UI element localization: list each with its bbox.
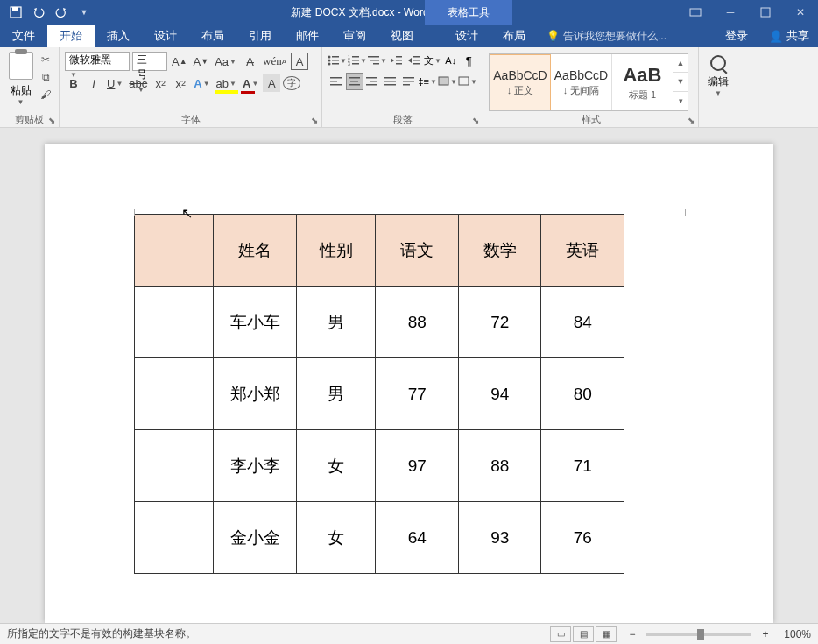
table-header-cell[interactable]: 数学 [458, 215, 541, 287]
styles-launcher-icon[interactable]: ⬊ [686, 115, 696, 125]
table-cell[interactable]: 郑小郑 [214, 358, 297, 430]
table-cell[interactable]: 72 [458, 287, 541, 358]
increase-indent-icon[interactable] [406, 52, 424, 69]
tab-insert[interactable]: 插入 [95, 25, 142, 47]
format-painter-icon[interactable]: 🖌 [38, 87, 53, 103]
font-name-select[interactable]: 微软雅黑▼ [65, 52, 130, 71]
align-left-icon[interactable] [328, 73, 345, 90]
font-launcher-icon[interactable]: ⬊ [309, 115, 320, 125]
paragraph-launcher-icon[interactable]: ⬊ [470, 115, 481, 125]
table-cell[interactable]: 车小车 [214, 287, 297, 358]
tab-home[interactable]: 开始 [47, 25, 95, 47]
close-icon[interactable]: ✕ [783, 0, 818, 25]
table-cell[interactable]: 80 [541, 358, 624, 430]
table-cell[interactable]: 64 [376, 502, 459, 574]
tab-file[interactable]: 文件 [0, 25, 47, 47]
table-header-cell[interactable]: 语文 [376, 215, 459, 287]
table-cell[interactable]: 男 [296, 287, 375, 358]
table-cell[interactable]: 77 [376, 358, 459, 430]
table-cell[interactable] [135, 502, 214, 574]
find-icon[interactable] [710, 55, 726, 71]
zoom-thumb[interactable] [697, 629, 704, 640]
table-cell[interactable]: 94 [458, 358, 541, 430]
document-area[interactable]: ↖ 姓名 性别 语文 数学 英语 车小车 男 88 72 84 郑小郑 男 [0, 128, 818, 623]
font-color-icon[interactable]: A▼ [241, 74, 260, 92]
tab-review[interactable]: 审阅 [331, 25, 378, 47]
table-header-cell[interactable]: 英语 [541, 215, 624, 287]
tab-design[interactable]: 设计 [142, 25, 189, 47]
table-cell[interactable] [135, 358, 214, 430]
ribbon-display-icon[interactable] [678, 0, 713, 25]
superscript-button[interactable]: x2 [172, 74, 189, 92]
zoom-in-button[interactable]: + [758, 628, 772, 640]
italic-button[interactable]: I [85, 74, 102, 92]
qat-customize-icon[interactable]: ▼ [74, 2, 95, 23]
table-header-cell[interactable]: 姓名 [214, 215, 297, 287]
zoom-value[interactable]: 100% [772, 628, 811, 640]
table-header-cell[interactable]: 性别 [296, 215, 375, 287]
underline-button[interactable]: U▼ [105, 74, 124, 92]
view-web-icon[interactable]: ▦ [596, 626, 617, 642]
redo-icon[interactable] [51, 2, 72, 23]
gallery-up-icon[interactable]: ▲ [673, 54, 688, 73]
table-cell[interactable]: 88 [376, 287, 459, 358]
asian-layout-icon[interactable]: 文▼ [424, 52, 441, 69]
table-cell[interactable]: 李小李 [214, 430, 297, 502]
cut-icon[interactable]: ✂ [38, 52, 53, 67]
undo-icon[interactable] [28, 2, 49, 23]
char-shading-icon[interactable]: A [263, 74, 280, 92]
enclose-char-icon[interactable]: 字 [283, 76, 300, 90]
table-cell[interactable]: 76 [541, 502, 624, 574]
view-print-icon[interactable]: ▤ [573, 626, 594, 642]
table-cell[interactable]: 金小金 [214, 502, 297, 574]
change-case-icon[interactable]: Aa▼ [213, 53, 238, 70]
style-heading1[interactable]: AaB 标题 1 [612, 54, 673, 110]
table-cell[interactable] [135, 287, 214, 358]
table-cell[interactable]: 84 [541, 287, 624, 358]
align-center-icon[interactable] [346, 73, 363, 90]
numbering-icon[interactable]: 123▼ [348, 52, 367, 69]
gallery-more-icon[interactable]: ▾ [673, 92, 688, 110]
tab-references[interactable]: 引用 [236, 25, 284, 47]
align-right-icon[interactable] [364, 73, 382, 90]
table-cell[interactable]: 女 [296, 430, 375, 502]
table-cell[interactable]: 97 [376, 430, 459, 502]
table-cell[interactable]: 93 [458, 502, 541, 574]
highlight-icon[interactable]: ab▼ [215, 74, 238, 92]
zoom-slider[interactable] [646, 633, 751, 636]
table-header-cell[interactable] [135, 215, 214, 287]
tell-me-search[interactable]: 💡 告诉我您想要做什么... [538, 25, 675, 47]
table-cell[interactable]: 女 [296, 502, 375, 574]
phonetic-guide-icon[interactable]: wénA [261, 53, 288, 70]
maximize-icon[interactable] [748, 0, 783, 25]
view-read-icon[interactable]: ▭ [550, 626, 571, 642]
editing-label[interactable]: 编辑 [708, 74, 729, 89]
line-spacing-icon[interactable]: ‡≡▼ [419, 73, 437, 90]
sort-icon[interactable]: A↓ [442, 52, 460, 69]
share-button[interactable]: 👤 共享 [760, 28, 818, 44]
increase-font-icon[interactable]: A▲ [170, 53, 189, 70]
multilevel-list-icon[interactable]: ▼ [368, 52, 387, 69]
tab-view[interactable]: 视图 [378, 25, 426, 47]
save-icon[interactable] [5, 2, 26, 23]
copy-icon[interactable]: ⧉ [38, 69, 53, 85]
clear-format-icon[interactable]: A̶ [241, 53, 258, 70]
distribute-icon[interactable] [400, 73, 418, 90]
tab-mailings[interactable]: 邮件 [284, 25, 331, 47]
justify-icon[interactable] [382, 73, 399, 90]
show-marks-icon[interactable]: ¶ [460, 52, 477, 69]
decrease-indent-icon[interactable] [388, 52, 405, 69]
bullets-icon[interactable]: ▼ [328, 52, 347, 69]
tab-layout[interactable]: 布局 [189, 25, 236, 47]
data-table[interactable]: 姓名 性别 语文 数学 英语 车小车 男 88 72 84 郑小郑 男 77 9… [134, 214, 624, 574]
text-effects-icon[interactable]: A▼ [192, 74, 211, 92]
table-cell[interactable]: 88 [458, 430, 541, 502]
minimize-icon[interactable]: ─ [713, 0, 748, 25]
clipboard-launcher-icon[interactable]: ⬊ [46, 115, 57, 125]
tab-table-design[interactable]: 设计 [443, 25, 490, 47]
font-size-select[interactable]: 三号▼ [132, 52, 167, 71]
zoom-out-button[interactable]: − [625, 628, 639, 640]
style-normal[interactable]: AaBbCcD ↓ 正文 [490, 54, 551, 110]
shading-icon[interactable]: ▼ [438, 73, 457, 90]
table-cell[interactable]: 男 [296, 358, 375, 430]
